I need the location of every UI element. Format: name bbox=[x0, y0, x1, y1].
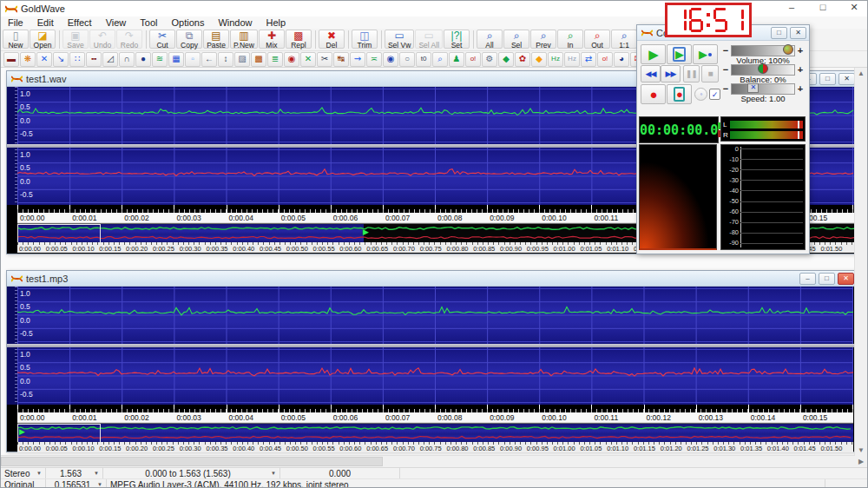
volume-slider-thumb[interactable] bbox=[783, 45, 793, 55]
control-close-button[interactable]: ✕ bbox=[790, 27, 806, 39]
speed-slider-decrease-button[interactable]: − bbox=[720, 83, 731, 94]
equal-bars-button[interactable]: ≍ bbox=[366, 52, 382, 67]
menu-view[interactable]: View bbox=[99, 16, 134, 29]
menu-effect[interactable]: Effect bbox=[61, 16, 99, 29]
zoom-selection-button[interactable]: ⌕Sel bbox=[503, 30, 529, 49]
x-percent-button[interactable]: ✕ bbox=[36, 52, 52, 67]
offset-dash-button[interactable]: ▬ bbox=[3, 52, 19, 67]
clock-sphere-button[interactable]: ◕ bbox=[614, 52, 629, 67]
app-maximize-button[interactable]: □ bbox=[813, 2, 832, 13]
overview-view-box[interactable] bbox=[17, 424, 101, 443]
copy-button[interactable]: ⧉Copy bbox=[176, 30, 202, 49]
dropdown-arrow-icon[interactable]: ▼ bbox=[94, 471, 99, 476]
play-button[interactable]: ▶ bbox=[641, 44, 666, 64]
menu-options[interactable]: Options bbox=[164, 16, 211, 29]
dash-dot-button[interactable]: ╍ bbox=[86, 52, 102, 67]
overview-strip[interactable]: ▶ bbox=[17, 423, 853, 443]
zoom-out-button[interactable]: ⌕Out bbox=[584, 30, 610, 49]
hz-dash-button[interactable]: Hz bbox=[564, 52, 580, 67]
arrow-left-button[interactable]: ← bbox=[201, 52, 217, 67]
window-maximize-button[interactable]: □ bbox=[819, 273, 835, 285]
window-close-button[interactable]: ✕ bbox=[838, 73, 855, 85]
volume-slider[interactable]: −+ bbox=[720, 45, 806, 56]
balance-slider-increase-button[interactable]: + bbox=[795, 64, 806, 75]
red-flower-button[interactable]: ✿ bbox=[515, 52, 530, 67]
shear-x-button[interactable]: ✂ bbox=[317, 52, 332, 67]
dropdown-arrow-icon[interactable]: ▼ bbox=[97, 482, 102, 487]
scroll-down-arrow-icon[interactable]: ▼ bbox=[855, 446, 867, 454]
volume-slider-track[interactable] bbox=[731, 45, 795, 56]
table-grid-button[interactable]: ▦ bbox=[168, 52, 184, 67]
tab-arrow-button[interactable]: ↹ bbox=[333, 52, 349, 67]
zoom-in-button[interactable]: ⌕In bbox=[557, 30, 583, 49]
scroll-right-arrow-icon[interactable]: ▶ bbox=[855, 456, 867, 467]
play-from-marker-button[interactable]: ▶ bbox=[693, 44, 718, 64]
fast-forward-button[interactable]: ▶▶ bbox=[661, 65, 681, 82]
green-x-button[interactable]: ✕ bbox=[300, 52, 316, 67]
time-zero-button[interactable]: t0 bbox=[416, 52, 431, 67]
gears-button[interactable]: ⚙ bbox=[482, 52, 497, 67]
control-maximize-button[interactable]: □ bbox=[771, 27, 787, 39]
window-close-button[interactable]: ✕ bbox=[838, 273, 854, 285]
balance-slider-thumb[interactable] bbox=[758, 64, 768, 74]
horizontal-scrollbar[interactable]: ▶ bbox=[1, 455, 855, 467]
o-exclaim-button[interactable]: o! bbox=[465, 52, 481, 67]
pawn-button[interactable]: ♟ bbox=[449, 52, 464, 67]
menu-window[interactable]: Window bbox=[211, 16, 259, 29]
menu-edit[interactable]: Edit bbox=[30, 16, 61, 29]
orange-diamond-button[interactable]: ◆ bbox=[531, 52, 547, 67]
rewind-button[interactable]: ◀◀ bbox=[641, 65, 661, 82]
dropdown-arrow-icon[interactable]: ▼ bbox=[271, 471, 276, 476]
open-button[interactable]: ◪Open bbox=[30, 30, 56, 49]
vertical-scrollbar[interactable]: ▲ ▼ bbox=[854, 68, 867, 456]
playback-marker-icon[interactable]: ▶ bbox=[19, 428, 25, 436]
length-cell[interactable]: 1.563▼ bbox=[46, 468, 103, 478]
zoom-previous-button[interactable]: ⌕Prev bbox=[530, 30, 556, 49]
playback-marker-icon[interactable]: ▶ bbox=[363, 228, 369, 236]
paste-button[interactable]: ▤Paste bbox=[203, 30, 229, 49]
cut-button[interactable]: ✂Cut bbox=[149, 30, 175, 49]
horizontal-scrollbar-thumb[interactable] bbox=[1, 457, 383, 466]
selection-cell[interactable]: 0.000 to 1.563 (1.563)▼ bbox=[103, 468, 280, 478]
stripes-button[interactable]: ≣ bbox=[267, 52, 283, 67]
speed-slider-increase-button[interactable]: + bbox=[795, 83, 806, 94]
small-sphere-button[interactable]: ◉ bbox=[383, 52, 398, 67]
volume-slider-decrease-button[interactable]: − bbox=[720, 45, 731, 56]
paste-new-button[interactable]: ▥P.New bbox=[230, 30, 258, 49]
waveform-pane-right[interactable]: 1.00.50.0-0.5 bbox=[17, 347, 853, 405]
delete-button[interactable]: ✖Del bbox=[319, 30, 345, 49]
waveform-pane-left[interactable]: 1.00.50.0-0.5 bbox=[17, 287, 853, 344]
ramp-triangle-button[interactable]: ◿ bbox=[102, 52, 118, 67]
zoom-1to1-button[interactable]: ⌕1:1 bbox=[611, 30, 637, 49]
window-titlebar[interactable]: test1.mp3–□✕ bbox=[7, 271, 857, 287]
speed-slider-thumb[interactable]: ✕ bbox=[747, 83, 759, 93]
zoom-all-button[interactable]: ⌕All bbox=[477, 30, 503, 49]
view-length-cell[interactable]: 0.156531▼ bbox=[46, 479, 107, 488]
sphere-button[interactable]: ● bbox=[135, 52, 151, 67]
menu-file[interactable]: File bbox=[1, 16, 30, 29]
replace-button[interactable]: ▩Repl bbox=[286, 30, 312, 49]
new-button[interactable]: ▯New bbox=[3, 30, 29, 49]
swirl-button[interactable]: ◉ bbox=[284, 52, 299, 67]
swap-arrows-button[interactable]: ⇄ bbox=[581, 52, 596, 67]
wave-arrow-button[interactable]: ⇝ bbox=[350, 52, 365, 67]
play-selection-button[interactable]: ▶ bbox=[667, 44, 692, 64]
slant-waves-button[interactable]: ≋ bbox=[152, 52, 168, 67]
app-close-button[interactable]: ✕ bbox=[845, 2, 864, 13]
balance-slider-decrease-button[interactable]: − bbox=[720, 64, 731, 75]
overview-view-box[interactable] bbox=[17, 224, 101, 243]
arrow-updown-button[interactable]: ↕ bbox=[218, 52, 233, 67]
hz-play-button[interactable]: Hz bbox=[548, 52, 563, 67]
o-exclaim-red-button[interactable]: o! bbox=[597, 52, 613, 67]
dots-grid-button[interactable]: ∷ bbox=[69, 52, 85, 67]
dropdown-arrow-icon[interactable]: ▼ bbox=[36, 471, 42, 476]
trim-button[interactable]: ◫Trim bbox=[352, 30, 378, 49]
channel-mode-cell[interactable]: Stereo▼ bbox=[1, 468, 46, 478]
app-minimize-button[interactable]: – bbox=[782, 2, 801, 13]
mix-button[interactable]: ✚Mix bbox=[259, 30, 285, 49]
select-view-button[interactable]: ▭Sel Vw bbox=[385, 30, 414, 49]
window-maximize-button[interactable]: □ bbox=[819, 73, 836, 85]
record-button[interactable]: ● bbox=[641, 84, 666, 104]
menu-tool[interactable]: Tool bbox=[133, 16, 164, 29]
fade-curve-button[interactable]: ∩ bbox=[119, 52, 135, 67]
